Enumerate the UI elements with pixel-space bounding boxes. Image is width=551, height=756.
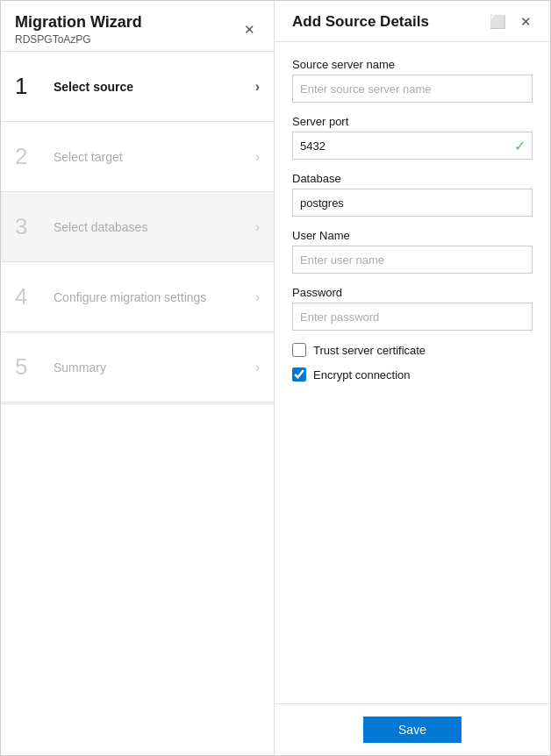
source-server-name-input[interactable] bbox=[292, 75, 533, 103]
trust-cert-checkbox[interactable] bbox=[292, 343, 306, 357]
username-label: User Name bbox=[292, 229, 533, 242]
step-2-number: 2 bbox=[15, 143, 43, 170]
wizard-title: Migration Wizard bbox=[15, 13, 142, 32]
encrypt-conn-label: Encrypt connection bbox=[313, 368, 411, 382]
wizard-subtitle: RDSPGToAzPG bbox=[15, 33, 142, 46]
step-1-number: 1 bbox=[15, 73, 43, 100]
encrypt-conn-checkbox[interactable] bbox=[292, 367, 306, 382]
encrypt-conn-row: Encrypt connection bbox=[292, 367, 533, 382]
maximize-button[interactable]: ⬜ bbox=[487, 11, 508, 32]
step-2-chevron: › bbox=[255, 149, 260, 165]
header-buttons: ⬜ ✕ bbox=[487, 11, 536, 32]
step-3-chevron: › bbox=[255, 219, 260, 235]
step-4-label: Configure migration settings bbox=[54, 290, 255, 304]
port-valid-icon: ✓ bbox=[514, 138, 526, 154]
form-content: Source server name Server port ✓ Databas… bbox=[275, 42, 550, 703]
step-5-number: 5 bbox=[15, 353, 43, 381]
password-input[interactable] bbox=[292, 303, 533, 331]
wizard-step-5[interactable]: 5 Summary › bbox=[1, 332, 274, 403]
right-header: Add Source Details ⬜ ✕ bbox=[275, 1, 550, 42]
panel-title: Add Source Details bbox=[292, 13, 429, 31]
wizard-sidebar: Migration Wizard RDSPGToAzPG ✕ 1 Select … bbox=[1, 1, 275, 755]
wizard-header: Migration Wizard RDSPGToAzPG ✕ bbox=[1, 1, 274, 52]
wizard-step-4[interactable]: 4 Configure migration settings › bbox=[1, 262, 274, 332]
step-5-label: Summary bbox=[54, 360, 255, 374]
step-5-chevron: › bbox=[255, 360, 260, 375]
database-group: Database bbox=[292, 172, 533, 217]
step-4-number: 4 bbox=[15, 283, 43, 310]
wizard-step-3[interactable]: 3 Select databases › bbox=[1, 192, 274, 262]
wizard-step-1[interactable]: 1 Select source › bbox=[1, 52, 274, 122]
right-footer: Save bbox=[275, 703, 550, 755]
server-port-label: Server port bbox=[292, 115, 533, 128]
trust-cert-row: Trust server certificate bbox=[292, 343, 533, 357]
trust-cert-label: Trust server certificate bbox=[313, 344, 426, 357]
step-1-chevron: › bbox=[255, 79, 260, 95]
close-button[interactable]: ✕ bbox=[515, 11, 536, 32]
step-1-label: Select source bbox=[54, 80, 255, 94]
database-label: Database bbox=[292, 172, 533, 185]
database-input[interactable] bbox=[292, 189, 533, 217]
server-port-input[interactable] bbox=[292, 132, 533, 160]
wizard-step-2[interactable]: 2 Select target › bbox=[1, 122, 274, 192]
source-server-name-group: Source server name bbox=[292, 58, 533, 103]
username-input[interactable] bbox=[292, 246, 533, 274]
step-4-chevron: › bbox=[255, 289, 260, 305]
add-source-panel: Add Source Details ⬜ ✕ Source server nam… bbox=[275, 1, 550, 755]
username-group: User Name bbox=[292, 229, 533, 274]
wizard-bottom-space bbox=[1, 403, 274, 756]
password-group: Password bbox=[292, 286, 533, 331]
step-3-number: 3 bbox=[15, 213, 43, 240]
step-3-label: Select databases bbox=[54, 220, 255, 234]
save-button[interactable]: Save bbox=[363, 717, 462, 743]
server-port-group: Server port ✓ bbox=[292, 115, 533, 160]
wizard-steps-list: 1 Select source › 2 Select target › 3 Se… bbox=[1, 52, 274, 403]
password-label: Password bbox=[292, 286, 533, 299]
source-server-name-label: Source server name bbox=[292, 58, 533, 71]
server-port-input-wrapper: ✓ bbox=[292, 132, 533, 160]
wizard-close-button[interactable]: ✕ bbox=[239, 19, 260, 40]
step-2-label: Select target bbox=[54, 150, 255, 164]
